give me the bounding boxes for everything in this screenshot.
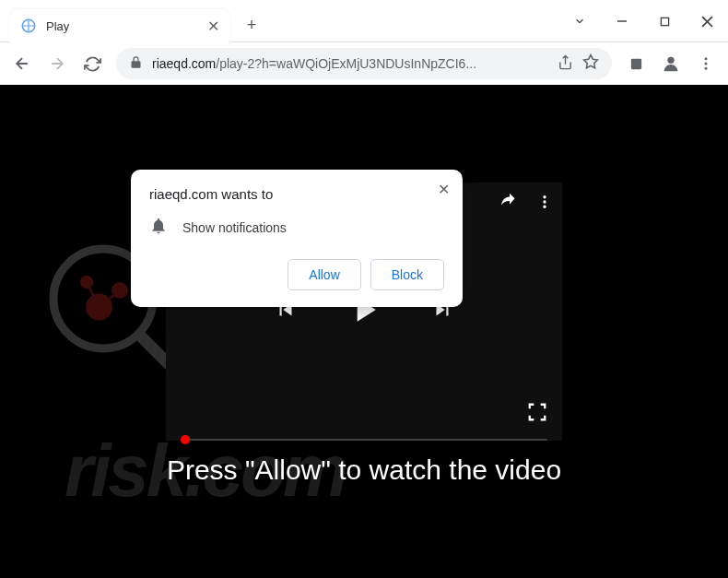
svg-point-9 bbox=[705, 63, 708, 65]
forward-button[interactable] bbox=[41, 47, 74, 80]
fullscreen-icon[interactable] bbox=[527, 402, 547, 426]
svg-marker-5 bbox=[584, 55, 598, 68]
progress-handle[interactable] bbox=[181, 435, 190, 444]
svg-point-10 bbox=[705, 67, 708, 70]
close-window-button[interactable] bbox=[686, 0, 728, 42]
page-content: risk.com Press "Allow" to watch the vide… bbox=[0, 85, 728, 578]
allow-button[interactable]: Allow bbox=[288, 259, 360, 290]
new-tab-button[interactable]: + bbox=[238, 11, 265, 39]
notification-permission-popup: ✕ riaeqd.com wants to Show notifications… bbox=[131, 170, 463, 307]
tab-close-button[interactable]: ✕ bbox=[207, 18, 219, 35]
tab-title: Play bbox=[46, 19, 207, 33]
cast-share-icon[interactable] bbox=[499, 192, 520, 216]
popup-title: riaeqd.com wants to bbox=[149, 186, 444, 202]
reload-button[interactable] bbox=[76, 47, 109, 80]
maximize-button[interactable] bbox=[643, 0, 686, 42]
video-progress-bar[interactable] bbox=[181, 439, 547, 441]
svg-point-18 bbox=[543, 195, 546, 198]
bell-icon bbox=[149, 217, 168, 239]
player-menu-icon[interactable] bbox=[536, 194, 553, 214]
browser-tab[interactable]: Play ✕ bbox=[9, 9, 230, 42]
svg-rect-6 bbox=[630, 58, 640, 68]
back-button[interactable] bbox=[6, 47, 39, 80]
instruction-text: Press "Allow" to watch the video bbox=[0, 454, 728, 486]
share-icon[interactable] bbox=[558, 54, 573, 74]
caret-down-icon[interactable] bbox=[558, 0, 601, 42]
popup-close-button[interactable]: ✕ bbox=[438, 181, 450, 198]
star-icon[interactable] bbox=[582, 53, 599, 74]
lock-icon bbox=[129, 55, 143, 73]
minimize-button[interactable] bbox=[601, 0, 643, 42]
block-button[interactable]: Block bbox=[370, 259, 444, 290]
menu-icon[interactable] bbox=[689, 47, 722, 80]
svg-rect-2 bbox=[661, 18, 668, 25]
url-text: riaeqd.com/play-2?h=waWQiOjExMjU3NDUsInN… bbox=[152, 56, 476, 71]
extensions-icon[interactable] bbox=[619, 47, 652, 80]
svg-point-8 bbox=[705, 57, 708, 60]
svg-point-7 bbox=[667, 57, 674, 64]
svg-point-19 bbox=[543, 200, 546, 203]
svg-point-20 bbox=[543, 206, 546, 208]
profile-icon[interactable] bbox=[654, 47, 687, 80]
permission-text: Show notifications bbox=[182, 220, 287, 235]
tab-favicon bbox=[20, 18, 37, 34]
address-bar[interactable]: riaeqd.com/play-2?h=waWQiOjExMjU3NDUsInN… bbox=[116, 48, 612, 79]
